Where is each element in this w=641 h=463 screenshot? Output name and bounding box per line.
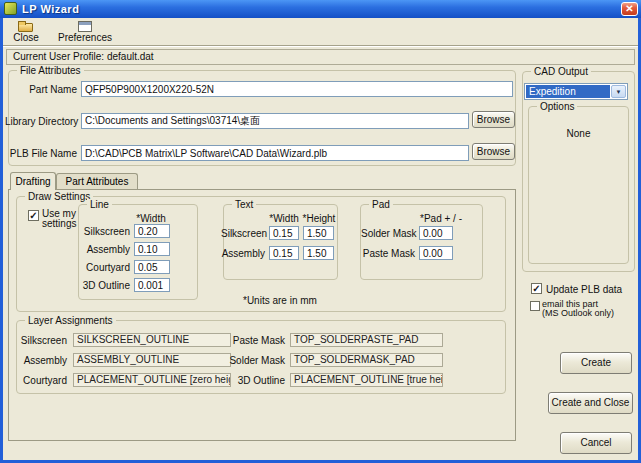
create-and-close-button[interactable]: Create and Close: [548, 392, 633, 414]
text-height-header: *Height: [302, 213, 336, 224]
text-assembly-label: Assembly: [221, 248, 265, 259]
units-note: *Units are in mm: [243, 295, 317, 306]
plb-file-name-input[interactable]: [81, 145, 469, 161]
cad-output-selected-value: Expedition: [526, 85, 610, 98]
text-group-label: Text: [232, 199, 256, 210]
pad-solder-mask-label: Solder Mask: [361, 228, 415, 239]
text-silkscreen-height-input[interactable]: [303, 226, 334, 240]
text-assembly-width-input[interactable]: [269, 246, 299, 260]
part-name-input[interactable]: [81, 81, 513, 97]
close-icon: ✕: [625, 3, 633, 14]
dropdown-button[interactable]: ▼: [611, 85, 626, 98]
line-width-header: *Width: [131, 213, 171, 224]
toolbar-separator-highlight: [3, 46, 638, 47]
part-name-label: Part Name: [5, 84, 77, 95]
text-width-header: *Width: [267, 213, 301, 224]
library-directory-label: Library Directory: [5, 116, 77, 127]
layer-silkscreen-label: Silkscreen: [11, 335, 67, 346]
layer-3d-outline-label: 3D Outline: [225, 375, 285, 386]
toolbar-preferences-button[interactable]: Preferences: [47, 19, 123, 43]
draw-settings-group-label: Draw Settings: [25, 191, 93, 202]
layer-solder-mask-value: TOP_SOLDERMASK_PAD: [290, 353, 443, 367]
layer-courtyard-value: PLACEMENT_OUTLINE [zero height]: [73, 373, 231, 387]
dialog-client-area: Close Preferences Current User Profile: …: [3, 18, 638, 460]
layer-assembly-label: Assembly: [11, 355, 67, 366]
window-close-button[interactable]: ✕: [621, 2, 638, 16]
line-silkscreen-label: Silkscreen: [76, 226, 130, 237]
cancel-button[interactable]: Cancel: [560, 432, 632, 454]
layer-paste-mask-label: Paste Mask: [225, 335, 285, 346]
checkmark-icon: ✓: [532, 283, 540, 294]
layer-solder-mask-label: Solder Mask: [225, 355, 285, 366]
tab-drafting[interactable]: Drafting: [10, 172, 56, 190]
tab-part-attributes[interactable]: Part Attributes: [56, 173, 138, 189]
lp-wizard-window: LP Wizard ✕ Close Preferences Current Us…: [0, 0, 641, 463]
text-silkscreen-label: Silkscreen: [221, 228, 265, 239]
line-silkscreen-width-input[interactable]: [134, 224, 170, 238]
app-icon: [4, 2, 17, 15]
checkmark-icon: ✓: [29, 210, 37, 221]
pad-paste-mask-input[interactable]: [419, 246, 453, 260]
line-assembly-label: Assembly: [76, 244, 130, 255]
layer-assignments-group-label: Layer Assignments: [25, 315, 116, 326]
pad-header: *Pad + / -: [413, 213, 469, 224]
email-part-label-line2: (MS Outlook only): [542, 308, 614, 319]
current-user-profile-bar: Current User Profile: default.dat: [6, 49, 635, 65]
layer-courtyard-label: Courtyard: [11, 375, 67, 386]
options-none-text: None: [528, 128, 629, 139]
toolbar-preferences-label: Preferences: [47, 32, 123, 43]
create-button[interactable]: Create: [560, 352, 632, 374]
cad-output-dropdown[interactable]: Expedition ▼: [524, 83, 628, 100]
close-folder-icon: [18, 23, 33, 32]
plb-file-name-label: PLB File Name: [5, 148, 77, 159]
preferences-icon: [78, 21, 92, 32]
update-plb-label: Update PLB data: [546, 284, 622, 295]
line-courtyard-label: Courtyard: [76, 262, 130, 273]
layer-3d-outline-value: PLACEMENT_OUTLINE [true height]: [290, 373, 443, 387]
email-part-checkbox[interactable]: [530, 301, 540, 311]
library-directory-input[interactable]: [81, 113, 469, 129]
update-plb-checkbox[interactable]: ✓: [531, 283, 542, 294]
use-my-settings-checkbox[interactable]: ✓: [28, 210, 39, 221]
text-assembly-height-input[interactable]: [303, 246, 334, 260]
pad-group-label: Pad: [369, 199, 393, 210]
layer-assembly-value: ASSEMBLY_OUTLINE: [73, 353, 231, 367]
line-assembly-width-input[interactable]: [134, 242, 170, 256]
plb-browse-button[interactable]: Browse: [472, 143, 515, 160]
pad-solder-mask-input[interactable]: [419, 226, 453, 240]
text-silkscreen-width-input[interactable]: [269, 226, 299, 240]
line-courtyard-width-input[interactable]: [134, 260, 170, 274]
line-group-label: Line: [87, 199, 112, 210]
title-bar[interactable]: LP Wizard ✕: [0, 0, 641, 18]
chevron-down-icon: ▼: [616, 89, 622, 95]
line-3d-outline-width-input[interactable]: [134, 278, 170, 292]
toolbar-close-button[interactable]: Close: [5, 19, 47, 43]
options-group-label: Options: [537, 101, 577, 112]
line-3d-outline-label: 3D Outline: [76, 280, 130, 291]
pad-paste-mask-label: Paste Mask: [361, 248, 415, 259]
layer-silkscreen-value: SILKSCREEN_OUTLINE: [73, 333, 231, 347]
file-attributes-group-label: File Attributes: [17, 65, 84, 76]
layer-paste-mask-value: TOP_SOLDERPASTE_PAD: [290, 333, 443, 347]
cad-output-group-label: CAD Output: [531, 66, 591, 77]
toolbar-close-label: Close: [5, 32, 47, 43]
window-title: LP Wizard: [22, 3, 79, 15]
library-browse-button[interactable]: Browse: [472, 111, 515, 128]
